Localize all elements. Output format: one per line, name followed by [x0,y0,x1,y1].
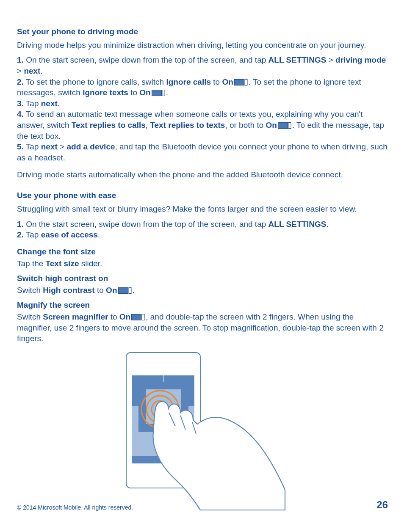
body-text: Tap the [17,259,46,268]
svg-rect-2 [152,90,161,96]
step-text: . [98,230,100,239]
section-heading: Use your phone with ease [17,190,388,201]
ui-label: On [222,77,233,86]
body-text: Switch High contrast to On. [17,285,388,296]
instruction-step: 5. Tap next > add a device, and tap the … [17,141,388,163]
ui-label: Screen magnifier [43,312,108,321]
svg-rect-1 [245,79,247,85]
step-text: . [166,88,168,97]
ui-label: next [41,142,58,151]
body-text: to [95,286,106,295]
body-text: . [133,286,135,295]
svg-rect-9 [142,314,144,320]
toggle-on-icon [278,122,291,129]
ui-label: next [24,66,40,75]
svg-rect-6 [118,287,128,293]
ui-label: ALL SETTINGS [268,220,327,229]
svg-rect-3 [162,90,165,96]
body-text: Switch [17,312,43,321]
separator: > [58,142,67,151]
svg-rect-8 [132,314,141,320]
instruction-step: 1. On the start screen, swipe down from … [17,219,388,230]
ui-label: add a device [66,142,115,151]
step-number: 2. [17,77,24,86]
step-text: , [146,121,150,130]
ui-label: On [266,121,277,130]
copyright-text: © 2014 Microsoft Mobile. All rights rese… [17,504,133,511]
page-footer: © 2014 Microsoft Mobile. All rights rese… [17,499,388,511]
separator: > [17,66,24,75]
toggle-on-icon [118,287,132,294]
body-text: Struggling with small text or blurry ima… [17,204,388,215]
step-text: To set the phone to ignore calls, switch [24,77,166,86]
svg-rect-0 [234,79,244,85]
subheading: Magnify the screen [17,300,388,311]
body-text: Driving mode starts automatically when t… [17,169,388,180]
page-number: 26 [376,499,388,511]
ui-label: Text replies to calls [72,121,146,130]
step-text: Tap [24,142,41,151]
instruction-step: 2. Tap ease of access. [17,229,388,240]
step-text: . [326,220,328,229]
step-text: On the start screen, swipe down from the… [24,55,268,64]
body-text: to [108,312,119,321]
ui-label: High contrast [43,286,94,295]
ui-label: Ignore texts [83,88,128,97]
step-number: 3. [17,99,24,108]
step-text: . [40,66,42,75]
toggle-on-icon [152,90,165,96]
step-text: . [58,99,60,108]
separator: > [326,55,335,64]
instruction-list: 1. On the start screen, swipe down from … [17,219,388,240]
ui-label: next [41,99,58,108]
step-text: Tap [24,99,41,108]
step-text: Tap [24,230,41,239]
instruction-list: 1. On the start screen, swipe down from … [17,55,388,163]
step-number: 4. [17,110,24,119]
instruction-step: 1. On the start screen, swipe down from … [17,55,388,76]
instruction-step: 2. To set the phone to ignore calls, swi… [17,77,388,98]
instruction-step: 3. Tap next. [17,98,388,109]
step-text: to [128,88,139,97]
subheading: Change the font size [17,246,388,257]
body-text: Driving mode helps you minimize distract… [17,40,388,51]
body-text: Switch Screen magnifier to On, and doubl… [17,311,388,344]
svg-rect-7 [129,287,131,293]
toggle-on-icon [131,314,145,320]
step-number: 1. [17,220,24,229]
ui-label: driving mode [335,55,386,64]
body-text: Switch [17,286,43,295]
toggle-on-icon [234,79,248,85]
section-heading: Set your phone to driving mode [17,26,388,37]
body-text: Tap the Text size slider. [17,258,388,269]
body-text: slider. [79,259,102,268]
ui-label: On [139,88,150,97]
ui-label: On [106,286,117,295]
ui-label: Text size [46,259,79,268]
step-number: 1. [17,55,24,64]
subheading: Switch high contrast on [17,273,388,284]
step-number: 2. [17,230,24,239]
svg-rect-4 [278,123,288,129]
ui-label: ease of access [41,230,98,239]
document-page: Set your phone to driving mode Driving m… [0,0,404,511]
ui-label: ALL SETTINGS [268,55,327,64]
ui-label: On [119,312,130,321]
magnify-illustration [118,350,287,511]
ui-label: Ignore calls [166,77,211,86]
svg-rect-5 [288,123,291,129]
step-text: to [211,77,222,86]
ui-label: Text replies to texts [150,121,225,130]
step-number: 5. [17,142,24,151]
step-text: On the start screen, swipe down from the… [24,220,268,229]
step-text: , or both to [225,121,266,130]
instruction-step: 4. To send an automatic text message whe… [17,109,388,141]
